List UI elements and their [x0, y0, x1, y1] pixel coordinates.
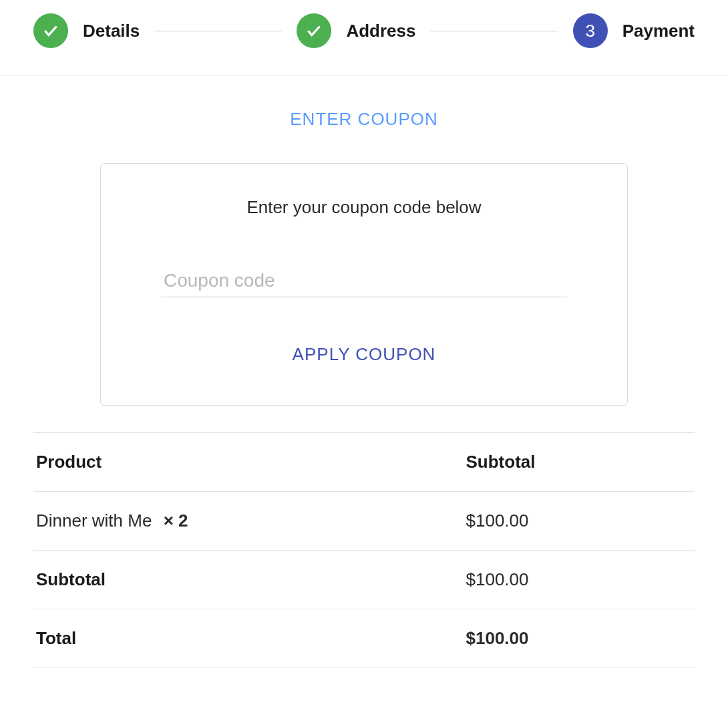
line-item-cell: Dinner with Me × 2: [33, 492, 464, 551]
table-row: Subtotal $100.00: [33, 551, 695, 609]
coupon-prompt: Enter your coupon code below: [161, 197, 567, 218]
coupon-code-input[interactable]: [161, 265, 567, 297]
product-name: Dinner with Me: [36, 511, 152, 531]
step-details[interactable]: Details: [33, 13, 140, 48]
check-icon: [33, 13, 68, 48]
step-address[interactable]: Address: [297, 13, 415, 48]
checkout-stepper: Details Address 3 Payment: [0, 0, 728, 76]
step-number-badge: 3: [573, 13, 608, 48]
line-item-amount: $100.00: [464, 492, 695, 551]
step-label: Payment: [622, 21, 695, 41]
subtotal-amount: $100.00: [464, 551, 695, 609]
step-label: Address: [346, 21, 415, 41]
step-connector: [154, 31, 282, 31]
header-subtotal: Subtotal: [464, 433, 695, 492]
step-connector: [430, 31, 558, 31]
subtotal-label: Subtotal: [33, 551, 464, 609]
total-amount: $100.00: [464, 609, 695, 668]
table-row: Total $100.00: [33, 609, 695, 668]
order-summary-table: Product Subtotal Dinner with Me × 2 $100…: [33, 432, 695, 668]
apply-coupon-button[interactable]: APPLY COUPON: [293, 344, 436, 365]
header-product: Product: [33, 433, 464, 492]
total-label: Total: [33, 609, 464, 668]
step-payment[interactable]: 3 Payment: [573, 13, 695, 48]
product-quantity: × 2: [164, 511, 188, 531]
coupon-panel: Enter your coupon code below APPLY COUPO…: [100, 163, 628, 406]
enter-coupon-toggle[interactable]: ENTER COUPON: [33, 109, 695, 130]
table-row: Dinner with Me × 2 $100.00: [33, 492, 695, 551]
step-label: Details: [83, 21, 140, 41]
check-icon: [297, 13, 331, 48]
